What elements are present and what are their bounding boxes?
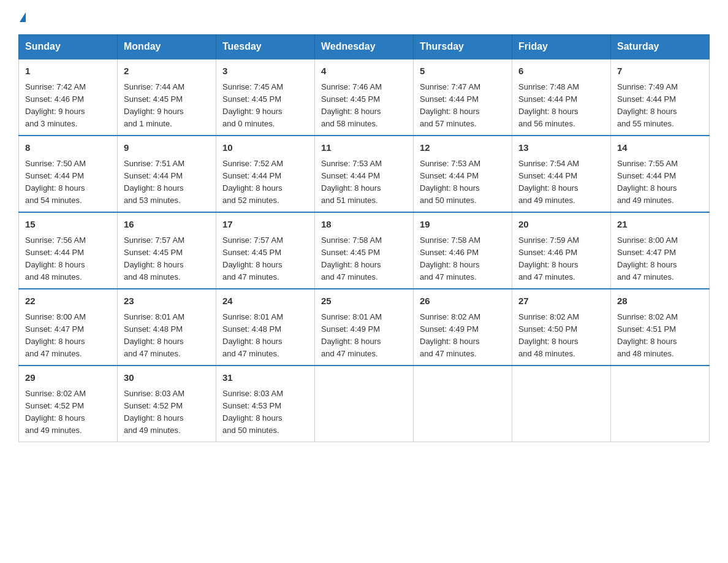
day-number: 6 <box>518 64 604 79</box>
weekday-header-monday: Monday <box>118 35 216 59</box>
weekday-header-wednesday: Wednesday <box>315 35 414 59</box>
day-info: Sunrise: 7:58 AMSunset: 4:46 PMDaylight:… <box>420 234 506 284</box>
day-info: Sunrise: 7:55 AMSunset: 4:44 PMDaylight:… <box>617 158 703 207</box>
day-info: Sunrise: 8:02 AMSunset: 4:49 PMDaylight:… <box>420 311 506 361</box>
day-number: 15 <box>25 218 111 232</box>
day-info: Sunrise: 8:00 AMSunset: 4:47 PMDaylight:… <box>617 234 703 284</box>
day-number: 14 <box>617 141 703 155</box>
calendar-week-row: 1Sunrise: 7:42 AMSunset: 4:46 PMDaylight… <box>19 59 710 136</box>
day-info: Sunrise: 8:03 AMSunset: 4:53 PMDaylight:… <box>222 388 308 437</box>
day-number: 26 <box>420 294 506 308</box>
day-info: Sunrise: 7:46 AMSunset: 4:45 PMDaylight:… <box>321 81 407 131</box>
calendar-cell: 17Sunrise: 7:57 AMSunset: 4:45 PMDayligh… <box>216 212 315 289</box>
day-info: Sunrise: 7:44 AMSunset: 4:45 PMDaylight:… <box>124 81 210 131</box>
calendar-cell: 24Sunrise: 8:01 AMSunset: 4:48 PMDayligh… <box>216 289 315 366</box>
calendar-cell: 8Sunrise: 7:50 AMSunset: 4:44 PMDaylight… <box>19 136 118 212</box>
calendar-cell: 14Sunrise: 7:55 AMSunset: 4:44 PMDayligh… <box>611 136 710 212</box>
day-info: Sunrise: 8:00 AMSunset: 4:47 PMDaylight:… <box>25 311 111 361</box>
weekday-header-thursday: Thursday <box>414 35 512 59</box>
day-number: 2 <box>124 64 210 79</box>
day-info: Sunrise: 7:54 AMSunset: 4:44 PMDaylight:… <box>518 158 604 207</box>
day-number: 22 <box>25 294 111 308</box>
day-info: Sunrise: 7:50 AMSunset: 4:44 PMDaylight:… <box>25 158 111 207</box>
weekday-header-sunday: Sunday <box>19 35 118 59</box>
calendar-cell: 15Sunrise: 7:56 AMSunset: 4:44 PMDayligh… <box>19 212 118 289</box>
calendar-cell: 27Sunrise: 8:02 AMSunset: 4:50 PMDayligh… <box>512 289 611 366</box>
day-number: 21 <box>617 218 703 232</box>
day-number: 25 <box>321 294 407 308</box>
day-info: Sunrise: 8:02 AMSunset: 4:50 PMDaylight:… <box>518 311 604 361</box>
calendar-cell: 18Sunrise: 7:58 AMSunset: 4:45 PMDayligh… <box>315 212 414 289</box>
calendar-cell <box>512 366 611 442</box>
calendar-cell: 6Sunrise: 7:48 AMSunset: 4:44 PMDaylight… <box>512 59 611 136</box>
calendar-cell: 30Sunrise: 8:03 AMSunset: 4:52 PMDayligh… <box>118 366 216 442</box>
day-number: 11 <box>321 141 407 155</box>
calendar-cell: 26Sunrise: 8:02 AMSunset: 4:49 PMDayligh… <box>414 289 512 366</box>
day-number: 18 <box>321 218 407 232</box>
day-number: 7 <box>617 64 703 79</box>
day-info: Sunrise: 7:45 AMSunset: 4:45 PMDaylight:… <box>222 81 308 131</box>
calendar-cell: 1Sunrise: 7:42 AMSunset: 4:46 PMDaylight… <box>19 59 118 136</box>
day-number: 4 <box>321 64 407 79</box>
calendar-cell: 12Sunrise: 7:53 AMSunset: 4:44 PMDayligh… <box>414 136 512 212</box>
calendar-cell <box>315 366 414 442</box>
calendar-cell: 22Sunrise: 8:00 AMSunset: 4:47 PMDayligh… <box>19 289 118 366</box>
day-number: 23 <box>124 294 210 308</box>
day-number: 31 <box>222 371 308 385</box>
calendar-cell: 10Sunrise: 7:52 AMSunset: 4:44 PMDayligh… <box>216 136 315 212</box>
day-number: 28 <box>617 294 703 308</box>
day-info: Sunrise: 7:48 AMSunset: 4:44 PMDaylight:… <box>518 81 604 131</box>
day-number: 29 <box>25 371 111 385</box>
day-number: 13 <box>518 141 604 155</box>
day-info: Sunrise: 8:01 AMSunset: 4:48 PMDaylight:… <box>222 311 308 361</box>
logo <box>18 12 26 23</box>
weekday-header-row: SundayMondayTuesdayWednesdayThursdayFrid… <box>19 35 710 59</box>
calendar-cell: 3Sunrise: 7:45 AMSunset: 4:45 PMDaylight… <box>216 59 315 136</box>
day-info: Sunrise: 7:52 AMSunset: 4:44 PMDaylight:… <box>222 158 308 207</box>
day-number: 12 <box>420 141 506 155</box>
page-header <box>18 12 710 23</box>
calendar-cell: 7Sunrise: 7:49 AMSunset: 4:44 PMDaylight… <box>611 59 710 136</box>
day-info: Sunrise: 7:58 AMSunset: 4:45 PMDaylight:… <box>321 234 407 284</box>
day-info: Sunrise: 7:51 AMSunset: 4:44 PMDaylight:… <box>124 158 210 207</box>
calendar-cell: 21Sunrise: 8:00 AMSunset: 4:47 PMDayligh… <box>611 212 710 289</box>
day-number: 30 <box>124 371 210 385</box>
calendar-cell: 19Sunrise: 7:58 AMSunset: 4:46 PMDayligh… <box>414 212 512 289</box>
calendar-cell: 2Sunrise: 7:44 AMSunset: 4:45 PMDaylight… <box>118 59 216 136</box>
day-info: Sunrise: 7:56 AMSunset: 4:44 PMDaylight:… <box>25 234 111 284</box>
calendar-week-row: 8Sunrise: 7:50 AMSunset: 4:44 PMDaylight… <box>19 136 710 212</box>
calendar-week-row: 29Sunrise: 8:02 AMSunset: 4:52 PMDayligh… <box>19 366 710 442</box>
calendar-cell: 11Sunrise: 7:53 AMSunset: 4:44 PMDayligh… <box>315 136 414 212</box>
day-number: 3 <box>222 64 308 79</box>
calendar-cell: 25Sunrise: 8:01 AMSunset: 4:49 PMDayligh… <box>315 289 414 366</box>
calendar-cell: 23Sunrise: 8:01 AMSunset: 4:48 PMDayligh… <box>118 289 216 366</box>
day-number: 27 <box>518 294 604 308</box>
day-info: Sunrise: 8:02 AMSunset: 4:52 PMDaylight:… <box>25 388 111 437</box>
calendar-cell: 31Sunrise: 8:03 AMSunset: 4:53 PMDayligh… <box>216 366 315 442</box>
day-info: Sunrise: 7:47 AMSunset: 4:44 PMDaylight:… <box>420 81 506 131</box>
weekday-header-friday: Friday <box>512 35 611 59</box>
calendar-cell <box>414 366 512 442</box>
day-number: 9 <box>124 141 210 155</box>
calendar-cell: 20Sunrise: 7:59 AMSunset: 4:46 PMDayligh… <box>512 212 611 289</box>
logo-triangle-icon <box>20 12 26 22</box>
weekday-header-saturday: Saturday <box>611 35 710 59</box>
day-info: Sunrise: 7:57 AMSunset: 4:45 PMDaylight:… <box>124 234 210 284</box>
calendar-cell: 13Sunrise: 7:54 AMSunset: 4:44 PMDayligh… <box>512 136 611 212</box>
day-info: Sunrise: 7:57 AMSunset: 4:45 PMDaylight:… <box>222 234 308 284</box>
day-info: Sunrise: 7:53 AMSunset: 4:44 PMDaylight:… <box>321 158 407 207</box>
day-number: 1 <box>25 64 111 79</box>
calendar-cell: 16Sunrise: 7:57 AMSunset: 4:45 PMDayligh… <box>118 212 216 289</box>
day-number: 8 <box>25 141 111 155</box>
day-info: Sunrise: 8:01 AMSunset: 4:49 PMDaylight:… <box>321 311 407 361</box>
weekday-header-tuesday: Tuesday <box>216 35 315 59</box>
day-number: 5 <box>420 64 506 79</box>
day-info: Sunrise: 8:03 AMSunset: 4:52 PMDaylight:… <box>124 388 210 437</box>
calendar-cell: 29Sunrise: 8:02 AMSunset: 4:52 PMDayligh… <box>19 366 118 442</box>
calendar-cell: 4Sunrise: 7:46 AMSunset: 4:45 PMDaylight… <box>315 59 414 136</box>
calendar-cell: 28Sunrise: 8:02 AMSunset: 4:51 PMDayligh… <box>611 289 710 366</box>
calendar-cell: 9Sunrise: 7:51 AMSunset: 4:44 PMDaylight… <box>118 136 216 212</box>
day-info: Sunrise: 7:53 AMSunset: 4:44 PMDaylight:… <box>420 158 506 207</box>
calendar-table: SundayMondayTuesdayWednesdayThursdayFrid… <box>18 34 710 442</box>
day-info: Sunrise: 7:49 AMSunset: 4:44 PMDaylight:… <box>617 81 703 131</box>
